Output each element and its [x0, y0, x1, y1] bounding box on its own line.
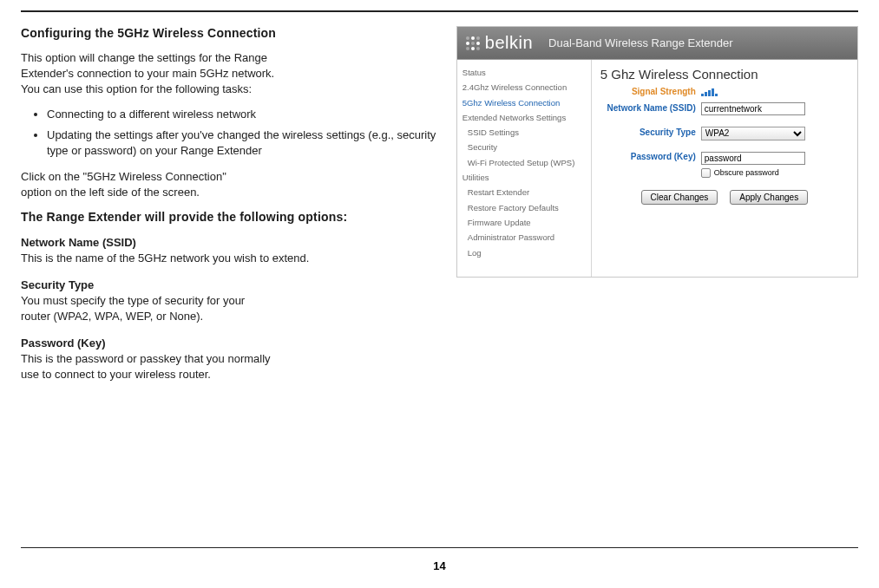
security-subhead: Security Type [21, 278, 444, 291]
section-heading: Configuring the 5GHz Wireless Connection [21, 26, 444, 40]
right-column: belkin Dual-Band Wireless Range Extender… [456, 26, 858, 391]
bottom-rule [21, 547, 858, 548]
page-number: 14 [0, 559, 879, 572]
password-label: Password (Key) [600, 152, 696, 161]
ssid-text: This is the name of the 5GHz network you… [21, 251, 444, 266]
click-line: option on the left side of the screen. [21, 186, 200, 199]
list-item: Connecting to a different wireless netwo… [47, 107, 444, 122]
clear-changes-button[interactable]: Clear Changes [641, 190, 718, 205]
nav-firmware[interactable]: Firmware Update [457, 215, 591, 230]
ssid-input-wrap [701, 100, 805, 115]
page-wrap: Configuring the 5GHz Wireless Connection… [0, 12, 879, 391]
content-title: 5 Ghz Wireless Connection [600, 67, 849, 82]
list-item: Updating the settings after you've chang… [47, 127, 444, 159]
nav-status[interactable]: Status [457, 65, 591, 80]
apply-changes-button[interactable]: Apply Changes [730, 190, 808, 205]
nav-5ghz[interactable]: 5Ghz Wireless Connection [457, 95, 591, 110]
password-input-wrap [701, 149, 805, 165]
sectype-label: Security Type [600, 127, 696, 137]
password-subhead: Password (Key) [21, 336, 444, 350]
sectype-row: Security Type WPA2 [600, 124, 849, 140]
sec-line: router (WPA2, WPA, WEP, or None). [21, 310, 203, 323]
admin-header: belkin Dual-Band Wireless Range Extender [457, 27, 857, 60]
nav-restore[interactable]: Restore Factory Defaults [457, 200, 591, 215]
ssid-label: Network Name (SSID) [600, 103, 696, 113]
password-text: This is the password or passkey that you… [21, 351, 444, 382]
nav-wps[interactable]: Wi-Fi Protected Setup (WPS) [457, 155, 591, 170]
nav-24ghz[interactable]: 2.4Ghz Wireless Connection [457, 80, 591, 95]
admin-body: Status 2.4Ghz Wireless Connection 5Ghz W… [457, 60, 857, 277]
nav-log[interactable]: Log [457, 245, 591, 260]
obscure-checkbox[interactable] [701, 168, 711, 178]
click-text: Click on the "5GHz Wireless Connection" … [21, 169, 444, 200]
options-heading: The Range Extender will provide the foll… [21, 210, 444, 224]
security-text: You must specify the type of security fo… [21, 293, 444, 324]
obscure-row: Obscure password [701, 168, 849, 178]
signal-bars-icon [701, 88, 718, 96]
pwd-line: This is the password or passkey that you… [21, 352, 271, 365]
nav-utilities[interactable]: Utilities [457, 170, 591, 185]
password-input[interactable] [701, 152, 805, 165]
sectype-select[interactable]: WPA2 [701, 127, 805, 140]
sectype-select-wrap: WPA2 [701, 124, 805, 140]
intro-line: You can use this option for the followin… [21, 82, 252, 95]
nav-admin-password[interactable]: Administrator Password [457, 230, 591, 245]
brand-word: belkin [485, 33, 533, 53]
signal-label: Signal Strength [600, 87, 696, 96]
admin-panel: belkin Dual-Band Wireless Range Extender… [456, 26, 858, 278]
obscure-label: Obscure password [714, 168, 779, 177]
ssid-row: Network Name (SSID) [600, 100, 849, 115]
nav-restart[interactable]: Restart Extender [457, 185, 591, 199]
sec-line: You must specify the type of security fo… [21, 294, 245, 307]
signal-row: Signal Strength [600, 87, 849, 96]
intro-line: Extender's connection to your main 5GHz … [21, 67, 274, 80]
nav-ext-settings[interactable]: Extended Networks Settings [457, 110, 591, 125]
intro-line: This option will change the settings for… [21, 51, 267, 64]
click-line: Click on the "5GHz Wireless Connection" [21, 170, 226, 183]
brand-dots-icon [466, 36, 480, 50]
sidebar-nav: Status 2.4Ghz Wireless Connection 5Ghz W… [457, 60, 592, 277]
left-column: Configuring the 5GHz Wireless Connection… [21, 26, 456, 391]
button-row: Clear Changes Apply Changes [600, 190, 849, 205]
header-subtitle: Dual-Band Wireless Range Extender [548, 36, 732, 49]
nav-security[interactable]: Security [457, 140, 591, 154]
ssid-input[interactable] [701, 102, 805, 115]
content-area: 5 Ghz Wireless Connection Signal Strengt… [592, 60, 857, 277]
task-list: Connecting to a different wireless netwo… [21, 107, 444, 160]
password-row: Password (Key) [600, 149, 849, 165]
nav-ssid-settings[interactable]: SSID Settings [457, 125, 591, 140]
pwd-line: use to connect to your wireless router. [21, 368, 211, 381]
intro-text: This option will change the settings for… [21, 50, 444, 98]
ssid-subhead: Network Name (SSID) [21, 236, 444, 249]
brand: belkin [466, 33, 548, 53]
